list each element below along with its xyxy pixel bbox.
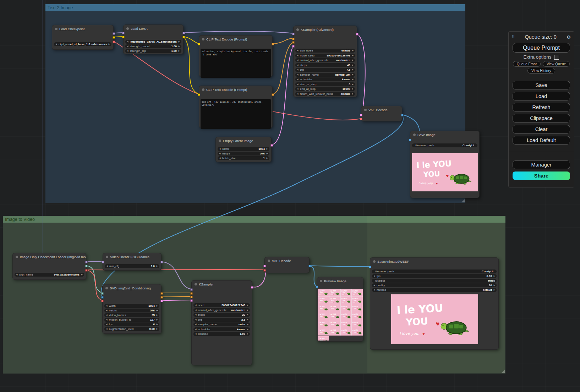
output-port[interactable]: [272, 43, 274, 45]
decrement-arrow-icon[interactable]: ◀: [219, 157, 221, 160]
node-save-image[interactable]: Save Imagefilename_prefixComfyUI: [410, 131, 480, 198]
output-port[interactable]: [160, 292, 163, 295]
collapse-dot-icon[interactable]: [219, 140, 221, 142]
node-title-bar[interactable]: Load Checkpoint: [52, 25, 113, 32]
settings-gear-icon[interactable]: ⚙: [567, 34, 571, 40]
increment-arrow-icon[interactable]: ▶: [156, 265, 158, 268]
node-title-bar[interactable]: CLIP Text Encode (Prompt): [199, 86, 272, 93]
increment-arrow-icon[interactable]: ▶: [108, 43, 110, 46]
share-button[interactable]: Share: [513, 172, 570, 180]
widget-width[interactable]: ◀▶width1024: [218, 147, 269, 151]
increment-arrow-icon[interactable]: ▶: [156, 327, 158, 331]
decrement-arrow-icon[interactable]: ◀: [373, 274, 375, 278]
input-port[interactable]: [292, 38, 295, 40]
output-port[interactable]: [182, 36, 185, 38]
decrement-arrow-icon[interactable]: ◀: [127, 40, 128, 43]
collapse-dot-icon[interactable]: [106, 256, 108, 258]
queue-front-button[interactable]: Queue Front: [513, 61, 541, 67]
input-port[interactable]: [190, 296, 193, 298]
increment-arrow-icon[interactable]: ▶: [352, 59, 354, 62]
queue-prompt-button[interactable]: Queue Prompt: [513, 43, 570, 53]
output-port[interactable]: [113, 36, 115, 39]
node-clip-text-encode-positive[interactable]: CLIP Text Encode (Prompt)valentine, simp…: [199, 35, 273, 77]
node-ksampler-advanced[interactable]: KSampler (Advanced)◀▶add_noiseenable◀▶no…: [293, 26, 357, 97]
input-port[interactable]: [101, 296, 104, 299]
node-title-bar[interactable]: CLIP Text Encode (Prompt): [199, 36, 272, 43]
decrement-arrow-icon[interactable]: ◀: [297, 68, 299, 71]
increment-arrow-icon[interactable]: ▶: [352, 83, 354, 86]
output-port[interactable]: [160, 261, 163, 263]
output-port[interactable]: [270, 144, 273, 147]
node-empty-latent-image[interactable]: Empty Latent Image◀▶width1024◀▶height576…: [215, 137, 272, 162]
node-title-bar[interactable]: VAE Decode: [361, 106, 402, 113]
output-port[interactable]: [160, 300, 163, 302]
node-title-bar[interactable]: Save Image: [410, 131, 479, 138]
decrement-arrow-icon[interactable]: ◀: [106, 265, 108, 268]
input-port[interactable]: [101, 300, 104, 302]
increment-arrow-icon[interactable]: ▶: [266, 152, 268, 155]
node-video-linear-cfg-guidance[interactable]: VideoLinearCFGGuidance◀▶min_cfg1.0: [103, 253, 162, 271]
decrement-arrow-icon[interactable]: ◀: [195, 323, 197, 326]
increment-arrow-icon[interactable]: ▶: [247, 328, 248, 331]
increment-arrow-icon[interactable]: ▶: [247, 313, 248, 316]
decrement-arrow-icon[interactable]: ◀: [106, 323, 108, 326]
widget-filename_prefix[interactable]: filename_prefixComfyUI: [372, 270, 497, 273]
collapse-dot-icon[interactable]: [296, 28, 299, 31]
node-title-bar[interactable]: Image Only Checkpoint Loader (img2vid mo…: [13, 253, 86, 260]
node-clip-text-encode-negative[interactable]: CLIP Text Encode (Prompt)bad art, low qu…: [199, 86, 273, 128]
menu-drag-handle-icon[interactable]: ⠿: [512, 35, 515, 39]
increment-arrow-icon[interactable]: ▶: [247, 318, 248, 321]
decrement-arrow-icon[interactable]: ◀: [297, 87, 299, 91]
node-svd-img2vid-conditioning[interactable]: SVD_img2vid_Conditioning◀▶width1024◀▶hei…: [102, 284, 162, 334]
toggle-dot[interactable]: [493, 280, 496, 282]
increment-arrow-icon[interactable]: ▶: [352, 68, 354, 71]
node-ksampler-video[interactable]: KSampler◀▶seed508627498122746◀▶control_a…: [191, 280, 252, 365]
output-port[interactable]: [182, 32, 185, 34]
input-port[interactable]: [101, 292, 104, 295]
increment-arrow-icon[interactable]: ▶: [266, 157, 268, 160]
collapse-dot-icon[interactable]: [373, 260, 376, 263]
increment-arrow-icon[interactable]: ▶: [156, 309, 158, 312]
collapse-dot-icon[interactable]: [16, 256, 18, 258]
node-load-lora[interactable]: Load LoRA◀▶lora_nameValentines_Cards_XL.…: [123, 24, 184, 54]
input-port[interactable]: [198, 93, 200, 96]
node-title-bar[interactable]: SaveAnimatedWEBP: [370, 258, 498, 265]
node-graph-canvas[interactable]: ⠿ Queue size: 0 ⚙ Queue Prompt Extra opt…: [0, 0, 580, 392]
save-button[interactable]: Save: [513, 81, 570, 89]
node-title-bar[interactable]: VAE Decode: [265, 257, 309, 264]
decrement-arrow-icon[interactable]: ◀: [297, 49, 299, 52]
decrement-arrow-icon[interactable]: ◀: [127, 49, 128, 53]
output-port[interactable]: [85, 269, 88, 272]
widget-method[interactable]: ◀▶methoddefault: [372, 288, 497, 292]
collapse-dot-icon[interactable]: [195, 283, 197, 285]
widget-add_noise[interactable]: ◀▶add_noiseenable: [295, 49, 355, 53]
increment-arrow-icon[interactable]: ▶: [156, 314, 158, 317]
decrement-arrow-icon[interactable]: ◀: [219, 147, 221, 151]
decrement-arrow-icon[interactable]: ◀: [127, 45, 128, 48]
input-port[interactable]: [316, 285, 318, 288]
widget-end_at_step[interactable]: ◀▶end_at_step10000: [295, 87, 355, 91]
clear-button[interactable]: Clear: [513, 125, 570, 134]
widget-denoise[interactable]: ◀▶denoise1.00: [193, 332, 250, 336]
widget-sampler_name[interactable]: ◀▶sampler_nameeuler: [193, 322, 250, 326]
widget-video_frames[interactable]: ◀▶video_frames25: [104, 313, 159, 317]
widget-strength_model[interactable]: ◀▶strength_model1.00: [125, 44, 181, 48]
prompt-textarea[interactable]: valentine, simple background, turtle, te…: [201, 49, 271, 78]
widget-strength_clip[interactable]: ◀▶strength_clip1.00: [125, 49, 181, 53]
widget-augmentation_level[interactable]: ◀▶augmentation_level0.00: [104, 327, 159, 331]
decrement-arrow-icon[interactable]: ◀: [106, 318, 108, 321]
collapse-dot-icon[interactable]: [55, 28, 58, 30]
node-vae-decode-t2i[interactable]: VAE Decode: [361, 106, 402, 121]
node-title-bar[interactable]: Load LoRA: [124, 25, 183, 32]
output-port[interactable]: [272, 93, 274, 96]
widget-fps[interactable]: ◀▶fps6.00: [372, 274, 497, 278]
output-port[interactable]: [85, 261, 88, 263]
widget-height[interactable]: ◀▶height576: [104, 309, 159, 312]
prompt-textarea[interactable]: bad art, low quality, 3d, photograph, an…: [201, 99, 271, 129]
input-port[interactable]: [369, 266, 371, 268]
output-port[interactable]: [308, 265, 311, 267]
node-title-bar[interactable]: KSampler: [192, 281, 252, 288]
decrement-arrow-icon[interactable]: ◀: [195, 313, 197, 316]
input-port[interactable]: [122, 36, 125, 38]
widget-batch_size[interactable]: ◀▶batch_size1: [218, 156, 269, 160]
